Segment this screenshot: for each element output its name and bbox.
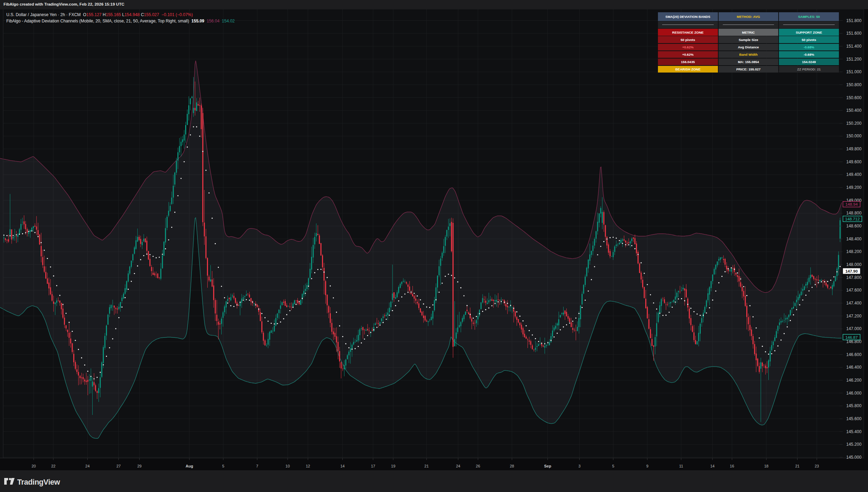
- svg-text:147.600: 147.600: [846, 288, 862, 293]
- svg-text:22: 22: [51, 464, 55, 468]
- svg-text:148.000: 148.000: [846, 262, 862, 267]
- svg-text:7: 7: [256, 464, 258, 468]
- svg-text:21: 21: [424, 464, 429, 468]
- svg-text:3: 3: [578, 464, 580, 468]
- svg-text:151.600: 151.600: [846, 31, 862, 36]
- svg-text:150.600: 150.600: [846, 95, 862, 100]
- svg-text:146.87: 146.87: [845, 335, 857, 340]
- svg-text:5: 5: [222, 464, 224, 468]
- svg-text:151.000: 151.000: [846, 69, 862, 74]
- svg-text:146.400: 146.400: [846, 365, 862, 370]
- svg-text:17: 17: [371, 464, 375, 468]
- svg-text:148.94: 148.94: [845, 202, 858, 206]
- svg-text:Sep: Sep: [544, 464, 551, 468]
- svg-text:14: 14: [340, 464, 344, 468]
- svg-text:148.400: 148.400: [846, 237, 862, 241]
- svg-text:9: 9: [646, 464, 648, 468]
- svg-text:20: 20: [32, 464, 36, 468]
- svg-text:26: 26: [476, 464, 480, 468]
- svg-text:147.90: 147.90: [845, 269, 857, 273]
- svg-text:145.600: 145.600: [846, 416, 862, 421]
- svg-text:146.600: 146.600: [846, 352, 862, 357]
- svg-text:12: 12: [306, 464, 310, 468]
- svg-text:146.200: 146.200: [846, 378, 862, 383]
- svg-text:150.400: 150.400: [846, 108, 862, 113]
- svg-text:150.200: 150.200: [846, 121, 862, 126]
- svg-text:19: 19: [391, 464, 395, 468]
- svg-text:Aug: Aug: [186, 464, 193, 468]
- svg-text:18: 18: [764, 464, 768, 468]
- svg-text:29: 29: [137, 464, 141, 468]
- svg-text:16: 16: [730, 464, 734, 468]
- svg-text:147.400: 147.400: [846, 301, 862, 306]
- svg-text:145.200: 145.200: [846, 442, 862, 447]
- svg-text:151.800: 151.800: [846, 18, 862, 23]
- svg-text:14: 14: [710, 464, 714, 468]
- svg-text:146.000: 146.000: [846, 391, 862, 396]
- svg-text:151.400: 151.400: [846, 44, 862, 49]
- svg-text:150.000: 150.000: [846, 134, 862, 138]
- svg-text:149.600: 149.600: [846, 159, 862, 164]
- svg-text:11: 11: [679, 464, 683, 468]
- svg-text:151.200: 151.200: [846, 57, 862, 62]
- svg-text:150.800: 150.800: [846, 82, 862, 87]
- svg-text:148.712: 148.712: [845, 217, 860, 221]
- svg-text:147.800: 147.800: [846, 275, 862, 280]
- svg-text:145.800: 145.800: [846, 403, 862, 408]
- svg-text:5: 5: [612, 464, 614, 468]
- svg-text:145.000: 145.000: [846, 455, 862, 460]
- svg-text:149.800: 149.800: [846, 146, 862, 151]
- svg-text:149.400: 149.400: [846, 172, 862, 177]
- svg-text:28: 28: [510, 464, 514, 468]
- svg-text:149.200: 149.200: [846, 185, 862, 190]
- svg-text:24: 24: [456, 464, 460, 468]
- svg-text:148.800: 148.800: [846, 211, 862, 216]
- svg-text:23: 23: [815, 464, 819, 468]
- svg-text:24: 24: [85, 464, 89, 468]
- svg-text:27: 27: [116, 464, 121, 468]
- svg-text:145.400: 145.400: [846, 429, 862, 434]
- svg-text:10: 10: [285, 464, 290, 468]
- svg-text:147.200: 147.200: [846, 314, 862, 319]
- svg-text:147.000: 147.000: [846, 326, 862, 331]
- svg-text:148.600: 148.600: [846, 224, 862, 228]
- svg-text:148.200: 148.200: [846, 249, 862, 254]
- svg-text:21: 21: [795, 464, 799, 468]
